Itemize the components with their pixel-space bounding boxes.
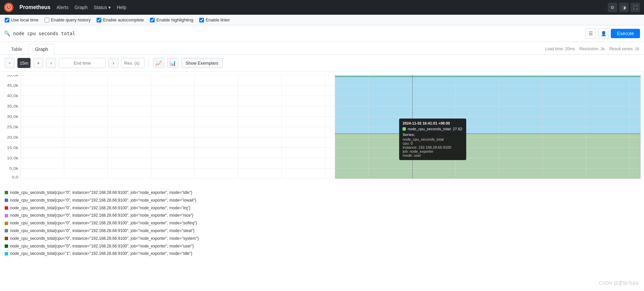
enable-linter-checkbox[interactable] <box>199 18 204 22</box>
chart-legend: node_cpu_seconds_total{cpu="0", instance… <box>0 186 644 260</box>
show-exemplars-button[interactable]: Show Exemplars <box>181 58 223 68</box>
enable-autocomplete-checkbox[interactable] <box>97 18 101 22</box>
svg-text:30,0k: 30,0k <box>7 115 18 119</box>
time-forward-button[interactable]: › <box>108 58 118 68</box>
legend-item-3: node_cpu_seconds_total{cpu="0", instance… <box>5 212 639 219</box>
legend-color-6 <box>5 237 8 240</box>
legend-item-1: node_cpu_seconds_total{cpu="0", instance… <box>5 197 639 204</box>
chart-container: 50,0k 45,0k 40,0k 35,0k 30,0k 25,0k 20,0… <box>0 72 644 186</box>
svg-text:25,0k: 25,0k <box>7 125 18 129</box>
use-local-time-checkbox[interactable] <box>5 18 9 22</box>
tab-group: Table Graph <box>5 44 54 54</box>
legend-item-5: node_cpu_seconds_total{cpu="0", instance… <box>5 227 639 235</box>
option-enable-query-history[interactable]: Enable query history <box>45 17 91 22</box>
duration-display: 15m <box>17 58 31 68</box>
svg-text:20,0k: 20,0k <box>7 135 18 139</box>
nav-status[interactable]: Status ▾ <box>94 5 111 10</box>
chart-svg: 50,0k 45,0k 40,0k 35,0k 30,0k 25,0k 20,0… <box>3 75 641 179</box>
time-back-button[interactable]: ‹ <box>46 58 56 68</box>
tabs-row: Table Graph Load time: 20ms Resolution: … <box>0 42 644 55</box>
svg-text:15,0k: 15,0k <box>7 146 18 150</box>
legend-color-5 <box>5 229 8 232</box>
option-enable-linter[interactable]: Enable linter <box>199 17 230 22</box>
divider <box>149 59 149 67</box>
user-icon-btn[interactable]: 👤 <box>598 28 609 39</box>
svg-text:50,0k: 50,0k <box>7 75 18 77</box>
search-input[interactable] <box>13 31 583 36</box>
legend-item-2: node_cpu_seconds_total{cpu="0", instance… <box>5 204 639 212</box>
svg-rect-3 <box>335 134 641 179</box>
search-bar: 🔍 ☰ 👤 Execute <box>0 25 644 42</box>
theme-toggle-btn[interactable]: ◑ <box>619 3 629 12</box>
option-enable-highlighting[interactable]: Enable highlighting <box>150 17 193 22</box>
res-input[interactable] <box>121 58 145 68</box>
svg-text:45,0k: 45,0k <box>7 83 18 87</box>
svg-text:5,0k: 5,0k <box>9 166 18 170</box>
top-navigation: Prometheus Alerts Graph Status ▾ Help ⚙ … <box>0 0 644 15</box>
nav-alerts[interactable]: Alerts <box>56 5 68 10</box>
tab-meta: Load time: 20ms Resolution: 3s Result se… <box>545 45 639 53</box>
enable-query-history-checkbox[interactable] <box>45 18 49 22</box>
legend-color-1 <box>5 199 8 202</box>
fullscreen-btn[interactable]: ⛶ <box>631 3 640 12</box>
svg-rect-2 <box>335 75 641 134</box>
app-name: Prometheus <box>19 4 50 10</box>
legend-color-3 <box>5 214 8 217</box>
option-use-local-time[interactable]: Use local time <box>5 17 39 22</box>
tab-table[interactable]: Table <box>5 44 29 54</box>
zoom-in-button[interactable]: + <box>33 58 43 68</box>
line-chart-btn[interactable]: 📈 <box>153 58 164 68</box>
tab-graph[interactable]: Graph <box>29 44 54 55</box>
search-icon: 🔍 <box>4 30 10 37</box>
legend-color-8 <box>5 252 8 256</box>
stacked-chart-btn[interactable]: 📊 <box>167 58 178 68</box>
zoom-out-button[interactable]: − <box>5 58 15 68</box>
legend-color-0 <box>5 191 8 194</box>
legend-item-0: node_cpu_seconds_total{cpu="0", instance… <box>5 189 639 197</box>
option-enable-autocomplete[interactable]: Enable autocomplete <box>97 17 144 22</box>
app-logo <box>4 3 13 12</box>
graph-controls: − 15m + ‹ › 📈 📊 Show Exemplars <box>0 55 644 72</box>
search-actions: ☰ 👤 Execute <box>585 28 640 39</box>
format-icon-btn[interactable]: ☰ <box>585 28 596 39</box>
legend-color-2 <box>5 206 8 210</box>
enable-highlighting-checkbox[interactable] <box>150 18 155 22</box>
svg-text:0,0: 0,0 <box>12 175 18 179</box>
svg-text:40,0k: 40,0k <box>7 94 18 98</box>
legend-item-4: node_cpu_seconds_total{cpu="0", instance… <box>5 219 639 227</box>
legend-item-8: node_cpu_seconds_total{cpu="1", instance… <box>5 250 639 258</box>
nav-help[interactable]: Help <box>117 5 126 10</box>
svg-text:35,0k: 35,0k <box>7 104 18 108</box>
settings-icon-btn[interactable]: ⚙ <box>608 3 617 12</box>
options-bar: Use local time Enable query history Enab… <box>0 15 644 25</box>
legend-color-7 <box>5 244 8 248</box>
legend-item-7: node_cpu_seconds_total{cpu="0", instance… <box>5 242 639 250</box>
legend-item-6: node_cpu_seconds_total{cpu="0", instance… <box>5 235 639 242</box>
nav-graph[interactable]: Graph <box>74 5 88 10</box>
end-time-input[interactable] <box>59 58 106 68</box>
legend-color-4 <box>5 222 8 225</box>
execute-button[interactable]: Execute <box>611 29 640 38</box>
svg-text:10,0k: 10,0k <box>7 156 18 160</box>
